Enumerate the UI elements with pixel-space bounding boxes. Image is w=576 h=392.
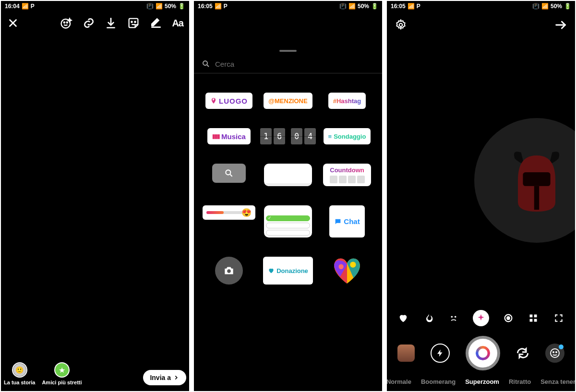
svg-rect-20 xyxy=(534,319,537,322)
sticker-mention[interactable]: @MENZIONE xyxy=(264,93,312,109)
send-to-button[interactable]: Invia a xyxy=(143,370,186,385)
battery-icon: 🔋 xyxy=(178,3,185,10)
svg-point-5 xyxy=(203,61,207,65)
sticker-icon[interactable] xyxy=(127,16,140,30)
next-button[interactable] xyxy=(554,18,567,32)
shutter-ring-icon xyxy=(476,346,490,360)
svg-point-4 xyxy=(135,22,136,23)
battery-text: 50% xyxy=(165,3,176,10)
mode-ritratto[interactable]: Ritratto xyxy=(509,378,531,385)
flash-icon xyxy=(436,349,444,357)
status-network-icon: 📶 xyxy=(215,3,222,10)
effect-hearts[interactable] xyxy=(397,312,409,324)
your-story-destination[interactable]: 🙂 La tua storia xyxy=(4,362,35,385)
mode-boomerang[interactable]: Boomerang xyxy=(421,378,456,385)
link-icon[interactable] xyxy=(83,17,95,29)
switch-camera-icon xyxy=(516,346,529,360)
close-button[interactable] xyxy=(7,17,19,29)
pin-icon xyxy=(210,97,217,104)
quiz-option xyxy=(266,230,310,236)
mode-strip[interactable]: Normale Boomerang Superzoom Ritratto Sen… xyxy=(387,373,575,391)
expand-icon xyxy=(554,313,564,323)
mode-normale[interactable]: Normale xyxy=(387,378,411,385)
share-bar: 🙂 La tua storia ★ Amici più stretti Invi… xyxy=(1,357,189,391)
mode-superzoom[interactable]: Superzoom xyxy=(465,378,499,385)
colorful-heart-icon xyxy=(331,257,363,285)
status-network-icon: 📶 xyxy=(408,3,415,10)
face-filters-button[interactable] xyxy=(545,344,564,363)
sticker-location[interactable]: LUOGO xyxy=(205,93,252,109)
gallery-button[interactable] xyxy=(397,344,415,362)
battery-text: 50% xyxy=(551,3,562,10)
status-time: 16:04 xyxy=(5,3,20,10)
sticker-emoji-slider[interactable]: 😍 xyxy=(203,205,255,220)
search-input[interactable] xyxy=(215,60,374,68)
effect-fire[interactable] xyxy=(422,312,435,324)
your-story-label: La tua storia xyxy=(4,380,35,385)
svg-rect-17 xyxy=(530,315,533,318)
mode-senza-tenere[interactable]: Senza tener xyxy=(540,378,575,385)
sticker-support-heart[interactable] xyxy=(331,257,363,285)
svg-point-8 xyxy=(350,261,356,267)
sticker-countdown[interactable]: Countdown xyxy=(323,164,371,186)
countdown-slots xyxy=(330,176,365,183)
status-bar: 16:05 📶 P 📳 📶 50% 🔋 xyxy=(387,1,575,12)
status-bar: 16:04 📶 P 📳 📶 50% 🔋 xyxy=(1,1,189,12)
vibrate-icon: 📳 xyxy=(339,3,347,10)
chat-bubble-icon xyxy=(334,218,342,226)
close-friends-destination[interactable]: ★ Amici più stretti xyxy=(42,362,82,385)
svg-rect-11 xyxy=(523,172,550,186)
sticker-sheet: LUOGO @MENZIONE #Hashtag ▮▮▮ Musica 1 6 … xyxy=(194,50,382,391)
music-bars-icon: ▮▮▮ xyxy=(212,133,219,140)
sticker-hashtag[interactable]: #Hashtag xyxy=(328,93,366,109)
poll-lines-icon: ≡ xyxy=(328,133,332,140)
vibrate-icon: 📳 xyxy=(532,3,540,10)
effect-sad[interactable] xyxy=(447,312,460,324)
svg-rect-12 xyxy=(534,186,539,210)
quiz-option xyxy=(266,223,310,228)
helmet-icon xyxy=(505,144,568,216)
sticker-camera[interactable] xyxy=(215,257,243,285)
sticker-clock[interactable]: 1 6 0 4 xyxy=(260,128,316,144)
sticker-donation-label: Donazione xyxy=(276,267,308,274)
svg-point-14 xyxy=(455,316,456,318)
clock-digit: 6 xyxy=(274,128,285,144)
svg-point-6 xyxy=(226,170,230,175)
effect-sparkle-selected[interactable] xyxy=(473,310,489,326)
sticker-donation[interactable]: Donazione xyxy=(263,257,313,285)
sticker-gif-search[interactable] xyxy=(212,164,246,183)
sticker-questions[interactable]: Domande xyxy=(264,164,312,186)
draw-icon[interactable] xyxy=(150,17,162,29)
download-icon[interactable] xyxy=(105,17,117,29)
settings-button[interactable] xyxy=(395,19,407,31)
sticker-grid: LUOGO @MENZIONE #Hashtag ▮▮▮ Musica 1 6 … xyxy=(194,73,382,391)
flash-button[interactable] xyxy=(431,344,450,363)
sticker-poll[interactable]: ≡ Sondaggio xyxy=(324,128,371,144)
sticker-mention-label: @MENZIONE xyxy=(268,97,307,105)
sticker-questions-label: Domande xyxy=(273,166,303,174)
drag-handle[interactable] xyxy=(279,50,297,52)
editor-toolbar: Aa xyxy=(1,12,189,35)
search-icon xyxy=(224,168,234,178)
heart-icon xyxy=(268,267,275,274)
status-network-icon: 📶 xyxy=(22,3,29,10)
sticker-music[interactable]: ▮▮▮ Musica xyxy=(207,128,251,144)
clock-digit: 4 xyxy=(304,128,316,144)
effect-swirl[interactable] xyxy=(502,312,515,324)
sticker-quiz[interactable]: Quiz xyxy=(264,205,312,238)
shutter-button[interactable] xyxy=(466,336,500,370)
battery-text: 50% xyxy=(358,3,369,10)
switch-camera-button[interactable] xyxy=(516,346,529,360)
sticker-chat[interactable]: Chat xyxy=(329,205,364,238)
effects-icon[interactable] xyxy=(60,16,73,30)
svg-rect-19 xyxy=(530,319,533,322)
svg-point-13 xyxy=(451,316,453,318)
text-tool-button[interactable]: Aa xyxy=(172,18,183,29)
quiz-option-selected xyxy=(266,215,310,221)
svg-point-9 xyxy=(338,264,343,269)
svg-point-16 xyxy=(507,317,510,320)
wifi-icon: 📶 xyxy=(348,3,356,10)
status-time: 16:05 xyxy=(198,3,213,10)
effect-expand[interactable] xyxy=(552,312,565,324)
effect-grid[interactable] xyxy=(527,312,540,324)
